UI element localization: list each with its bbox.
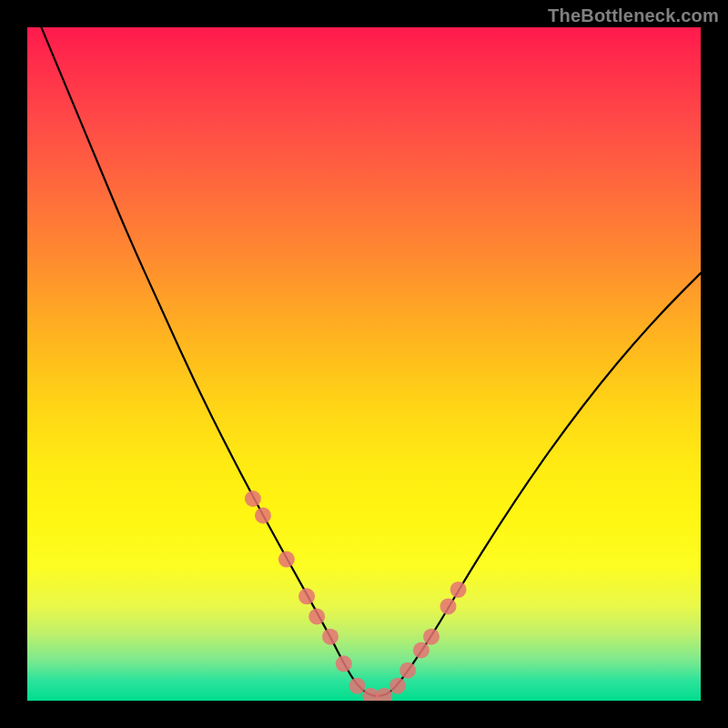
highlight-dots-group [245,490,467,701]
highlight-dot [322,629,339,645]
highlight-dot [389,678,406,694]
highlight-dot [308,609,325,625]
highlight-dot [349,678,366,694]
highlight-dot [399,662,416,679]
highlight-dot [278,551,295,568]
watermark-text: TheBottleneck.com [548,5,719,26]
curve-svg [27,27,701,701]
highlight-dot [440,598,457,614]
highlight-dot [376,688,392,701]
highlight-dot [255,508,271,524]
highlight-dot [450,581,467,598]
highlight-dot [245,490,261,507]
plot-area [27,27,701,701]
highlight-dot [423,629,440,645]
highlight-dot [413,642,430,659]
bottleneck-curve [27,27,701,696]
highlight-dot [336,655,352,672]
highlight-dot [298,588,315,604]
chart-stage: TheBottleneck.com [0,0,728,728]
